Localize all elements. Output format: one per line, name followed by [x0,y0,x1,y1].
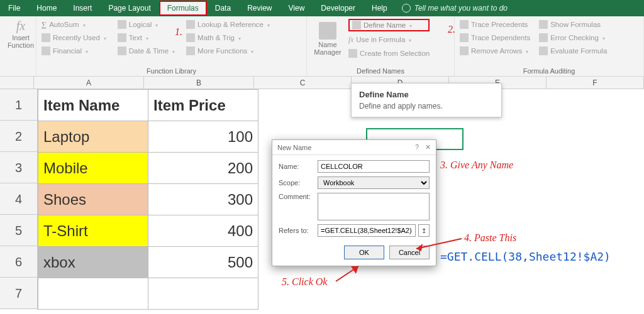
col-header-A[interactable]: A [34,77,144,89]
dependents-icon [460,33,469,42]
help-icon[interactable]: ? [415,143,419,151]
use-in-formula-button[interactable]: fxUse in Formula [348,34,430,45]
tab-developer[interactable]: Developer [313,0,364,16]
row-header-4[interactable]: 4 [0,183,37,215]
cell[interactable]: 500 [148,247,258,278]
group-defined-names: Name Manager Define Name fxUse in Formul… [307,16,455,76]
show-icon [539,20,548,29]
label-scope: Scope: [279,179,314,187]
create-from-selection-button[interactable]: Create from Selection [348,48,430,59]
cell[interactable]: Item Name [38,90,148,121]
text-button[interactable]: Text [118,32,175,43]
name-manager-button[interactable]: Name Manager [312,19,343,59]
cell[interactable]: 100 [148,121,258,153]
logical-icon [118,20,126,29]
bulb-icon [402,4,411,13]
tab-home[interactable]: Home [28,0,65,16]
select-all-corner[interactable] [0,77,34,89]
cell[interactable]: T-Shirt [38,215,148,247]
more-icon [186,46,195,55]
error-checking-button[interactable]: Error Checking [539,32,607,43]
name-manager-icon [319,22,336,40]
scope-select[interactable]: Workbook [318,176,430,189]
row-header-1[interactable]: 1 [0,89,37,121]
insert-function-button[interactable]: fx Insert Function [5,19,36,49]
cell[interactable]: 400 [148,215,258,247]
row-header-6[interactable]: 6 [0,246,37,278]
define-name-tooltip: Define Name Define and apply names. [351,83,502,117]
ok-button[interactable]: OK [344,246,384,259]
group-function-library: ∑AutoSum Recently Used Financial Logical… [36,16,307,76]
fx-small-icon: fx [348,36,353,43]
new-name-dialog: New Name ?✕ Name: Scope: Workbook Commen… [272,139,436,266]
name-input[interactable] [318,160,430,173]
tab-pagelayout[interactable]: Page Layout [100,0,158,16]
more-button[interactable]: More Functions [186,45,270,57]
precedents-icon [460,20,469,29]
trace-precedents-button[interactable]: Trace Precedents [460,19,530,30]
tab-view[interactable]: View [280,0,313,16]
autosum-button[interactable]: ∑AutoSum [42,19,106,30]
define-name-button[interactable]: Define Name [348,19,430,31]
row-header-5[interactable]: 5 [0,215,37,246]
financial-button[interactable]: Financial [42,45,106,57]
comment-input[interactable] [318,193,430,220]
remove-icon [460,46,469,55]
group-label-audit: Formula Auditing [460,66,638,75]
tab-formulas[interactable]: Formulas [159,1,207,16]
row-header-2[interactable]: 2 [0,121,37,152]
collapse-dialog-button[interactable]: ↥ [418,224,430,237]
tab-help[interactable]: Help [364,0,396,16]
cell[interactable]: Mobile [38,153,148,184]
dialog-titlebar[interactable]: New Name ?✕ [272,140,436,155]
col-header-C[interactable]: C [254,77,352,89]
logical-button[interactable]: Logical [118,19,175,30]
label-name: Name: [279,163,314,170]
cell[interactable]: Item Price [148,90,258,121]
label-refers: Refers to: [279,227,314,234]
datetime-button[interactable]: Date & Time [118,45,175,57]
col-header-B[interactable]: B [144,77,254,89]
row-header-7[interactable]: 7 [0,278,37,309]
tab-review[interactable]: Review [239,0,280,16]
row-headers: 1234567 [0,89,38,310]
row-header-3[interactable]: 3 [0,152,37,183]
cell[interactable]: Laptop [38,121,148,153]
evaluate-formula-button[interactable]: Evaluate Formula [539,45,607,57]
trace-dependents-button[interactable]: Trace Dependents [460,32,530,43]
group-label-library: Function Library [42,66,301,75]
recent-button[interactable]: Recently Used [42,32,106,43]
tab-insert[interactable]: Insert [65,0,100,16]
cell[interactable] [148,278,258,310]
tab-data[interactable]: Data [207,0,239,16]
tooltip-body: Define and apply names. [359,102,494,111]
fx-icon: fx [16,19,25,33]
lookup-button[interactable]: Lookup & Reference [186,19,270,30]
recent-icon [42,33,50,42]
tab-file[interactable]: File [0,0,28,16]
selection-icon [348,49,357,58]
cell[interactable]: 300 [148,184,258,215]
cell[interactable]: Shoes [38,184,148,215]
financial-icon [42,46,50,55]
column-headers: ABCDEF [0,77,644,89]
tell-me-search[interactable]: Tell me what you want to do [402,4,508,13]
refers-to-input[interactable] [318,224,416,237]
group-label-names: Defined Names [312,66,449,75]
sheet-table[interactable]: Item NameItem PriceLaptop100Mobile200Sho… [38,89,258,310]
cell[interactable]: 200 [148,153,258,184]
col-header-F[interactable]: F [547,77,644,89]
tell-me-label: Tell me what you want to do [414,4,508,13]
show-formulas-button[interactable]: Show Formulas [539,19,607,30]
math-button[interactable]: Math & Trig [186,32,270,43]
close-icon[interactable]: ✕ [425,143,431,151]
remove-arrows-button[interactable]: Remove Arrows [460,45,530,57]
cancel-button[interactable]: Cancel [389,246,430,259]
label-comment: Comment: [279,193,314,200]
cell[interactable] [38,278,148,310]
dialog-title: New Name [277,144,311,151]
cell[interactable]: xbox [38,247,148,278]
error-icon [539,33,548,42]
eval-icon [539,46,548,55]
math-icon [186,33,195,42]
